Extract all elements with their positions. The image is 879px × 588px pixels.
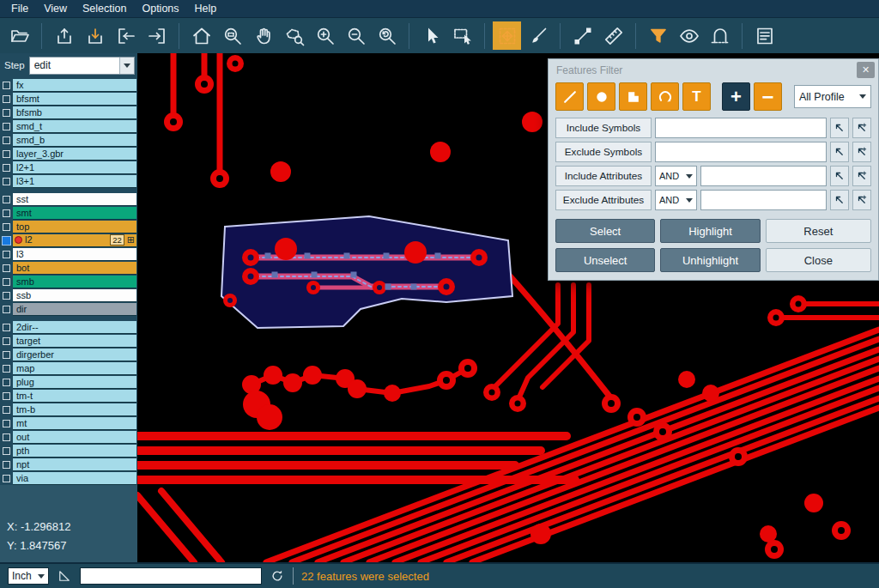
layer-checkbox[interactable] xyxy=(3,351,10,359)
measure-ruler-button[interactable] xyxy=(599,21,627,50)
layer-row[interactable]: out xyxy=(0,430,137,444)
layer-checkbox[interactable] xyxy=(3,223,10,231)
layer-checkbox[interactable] xyxy=(3,264,10,272)
layer-row[interactable]: ssb xyxy=(0,288,137,302)
layer-label[interactable]: mt xyxy=(13,417,136,430)
menu-item-options[interactable]: Options xyxy=(134,3,186,15)
zoom-window-button[interactable] xyxy=(218,21,246,50)
layer-checkbox[interactable] xyxy=(3,136,10,144)
layer-checkbox[interactable] xyxy=(3,392,10,400)
layer-checkbox[interactable] xyxy=(3,292,10,300)
layer-checkbox[interactable] xyxy=(3,306,10,313)
layer-label[interactable]: pth xyxy=(13,445,136,458)
layer-checkbox[interactable] xyxy=(3,209,10,217)
menu-item-selection[interactable]: Selection xyxy=(75,3,134,15)
layer-row[interactable]: dirgerber xyxy=(0,348,137,361)
step-dropdown-button[interactable] xyxy=(119,58,134,74)
exclude-symbols-input[interactable] xyxy=(655,142,827,162)
layer-row[interactable]: tm-t xyxy=(0,389,137,403)
dialog-close-icon[interactable]: ✕ xyxy=(857,62,875,78)
layer-label[interactable]: tm-b xyxy=(13,403,136,416)
command-input[interactable] xyxy=(80,567,262,585)
highlight-button[interactable]: Highlight xyxy=(660,219,760,243)
menu-item-view[interactable]: View xyxy=(36,3,75,15)
layer-checkbox[interactable] xyxy=(3,461,10,469)
reset-button[interactable]: Reset xyxy=(766,219,871,243)
notes-list-button[interactable] xyxy=(750,21,779,50)
select-cursor-button[interactable] xyxy=(417,21,446,50)
layer-label[interactable]: smb xyxy=(13,276,136,288)
layer-checkbox[interactable] xyxy=(3,164,10,172)
unhighlight-button[interactable]: Unhighlight xyxy=(660,248,760,272)
units-dropdown[interactable]: Inch xyxy=(8,567,49,585)
layer-label[interactable]: l3+1 xyxy=(13,175,136,188)
layer-row[interactable]: l3+1 xyxy=(0,174,137,188)
layer-checkbox[interactable] xyxy=(3,433,10,441)
layer-label[interactable]: l2 22 ⊞ xyxy=(13,234,136,247)
layer-label[interactable]: via xyxy=(13,472,136,485)
layer-row[interactable]: smt xyxy=(0,206,137,220)
open-folder-button[interactable] xyxy=(5,21,33,50)
pad-tool-button[interactable] xyxy=(587,82,615,111)
layer-checkbox[interactable] xyxy=(3,379,10,386)
layer-label[interactable]: dir xyxy=(13,303,136,316)
include-attributes-pick-button[interactable] xyxy=(830,166,849,186)
layer-row[interactable]: plug xyxy=(0,375,137,389)
layer-label[interactable]: smd_b xyxy=(13,134,136,147)
layer-row[interactable]: via xyxy=(0,471,137,485)
layer-label[interactable]: l2+1 xyxy=(13,161,136,174)
layer-label[interactable]: out xyxy=(13,431,136,444)
step-dropdown[interactable]: edit xyxy=(29,57,135,75)
zoom-reset-button[interactable] xyxy=(373,21,401,50)
setsquare-icon[interactable] xyxy=(57,568,72,584)
remove-filter-button[interactable]: − xyxy=(754,82,782,111)
arc-tool-button[interactable] xyxy=(651,82,679,111)
layer-label[interactable]: map xyxy=(13,362,136,375)
select-button[interactable]: Select xyxy=(555,219,655,243)
profile-dropdown[interactable]: All Profile xyxy=(794,85,871,108)
layer-checkbox[interactable] xyxy=(3,475,10,482)
export-out-button[interactable] xyxy=(142,21,171,50)
layer-checkbox[interactable] xyxy=(3,447,10,455)
layer-label[interactable]: layer_3.gbr xyxy=(13,148,136,161)
line-tool-button[interactable] xyxy=(555,82,584,111)
exclude-attributes-input[interactable] xyxy=(700,190,827,210)
layer-row[interactable]: smd_b xyxy=(0,133,137,147)
layer-row[interactable]: fx xyxy=(0,78,137,92)
layer-row[interactable]: l2+1 xyxy=(0,161,137,174)
layer-row[interactable]: layer_3.gbr xyxy=(0,147,137,161)
exclude-symbols-pick-add-button[interactable] xyxy=(852,142,871,162)
pcb-viewport[interactable]: Features Filter ✕ T + − All Profile xyxy=(137,53,879,562)
snap-arc-button[interactable] xyxy=(706,21,734,50)
layer-row[interactable]: bot xyxy=(0,261,137,275)
include-symbols-input[interactable] xyxy=(655,118,827,138)
layer-checkbox[interactable] xyxy=(3,150,10,158)
layer-row[interactable]: dir xyxy=(0,302,137,316)
layer-checkbox[interactable] xyxy=(3,82,10,89)
layer-label[interactable]: l3 xyxy=(13,248,136,261)
layer-label[interactable]: fx xyxy=(13,79,136,92)
layer-checkbox[interactable] xyxy=(3,196,10,203)
layer-label[interactable]: smt xyxy=(13,207,136,220)
layer-label[interactable]: smd_t xyxy=(13,120,136,133)
select-rectangle-button[interactable] xyxy=(448,21,476,50)
layer-row[interactable]: bfsmt xyxy=(0,92,137,106)
layer-label[interactable]: bot xyxy=(13,262,136,275)
layer-row[interactable]: smb xyxy=(0,275,137,288)
layer-row[interactable]: map xyxy=(0,361,137,375)
menu-item-file[interactable]: File xyxy=(3,3,36,15)
layer-row-active[interactable]: l2 22 ⊞ xyxy=(0,233,137,247)
layer-checkbox[interactable] xyxy=(3,109,10,117)
layer-label[interactable]: npt xyxy=(13,458,136,471)
exclude-attributes-pick-button[interactable] xyxy=(830,190,849,210)
layer-checkbox[interactable] xyxy=(3,95,10,103)
layer-row[interactable]: top xyxy=(0,220,137,233)
layer-label[interactable]: ssb xyxy=(13,289,136,302)
exclude-symbols-label[interactable]: Exclude Symbols xyxy=(555,142,652,162)
layer-row[interactable]: npt xyxy=(0,458,137,471)
layer-label[interactable]: sst xyxy=(13,193,136,206)
layer-row[interactable]: smd_t xyxy=(0,119,137,133)
active-layer-indicator[interactable] xyxy=(2,236,11,246)
include-symbols-label[interactable]: Include Symbols xyxy=(555,118,652,138)
layer-label[interactable]: target xyxy=(13,335,136,348)
